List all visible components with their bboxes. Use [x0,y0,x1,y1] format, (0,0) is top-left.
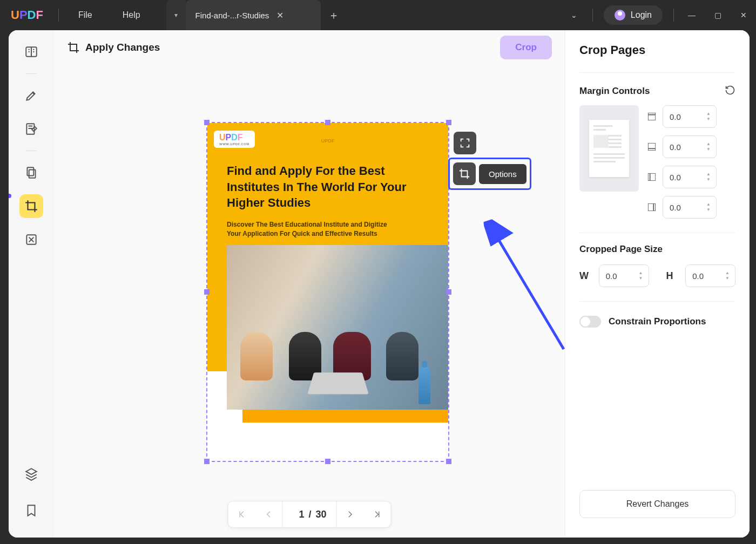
tab-title: Find-and-...r-Studies [195,11,269,20]
margin-controls-title: Margin Controls [579,86,650,97]
first-page-button[interactable] [228,510,255,519]
canvas-area: Apply Changes Crop UPDFWWW.UPDF.COM UPDF… [54,30,565,538]
crop-icon [67,41,80,54]
login-label: Login [631,10,652,20]
expand-fullscreen-button[interactable] [454,132,476,154]
page-preview [579,105,639,192]
tab-list-dropdown[interactable]: ▾ [166,0,186,30]
tool-tools[interactable] [19,228,43,251]
reset-margins-button[interactable] [725,85,735,98]
page-number-field[interactable]: 1 / 30 [282,501,336,527]
annotation-arrow-icon [483,207,576,366]
tool-edit[interactable] [19,117,43,141]
document-tab[interactable]: Find-and-...r-Studies ✕ [186,0,321,30]
panel-title: Crop Pages [579,43,735,57]
menu-help[interactable]: Help [107,10,156,20]
menu-file[interactable]: File [63,10,107,20]
crop-handle[interactable] [446,120,451,125]
margin-left-icon [646,172,657,182]
margin-bottom-icon [646,141,657,152]
crop-handle[interactable] [325,459,330,464]
tool-crop[interactable] [19,194,43,218]
tool-layers[interactable] [19,462,43,486]
svg-rect-5 [648,113,655,120]
tool-organize[interactable] [19,161,43,185]
doc-subheading: Discover The Best Educational Institute … [227,220,400,239]
new-tab-button[interactable]: ＋ [321,0,347,30]
tab-close-icon[interactable]: ✕ [276,10,284,21]
window-close-button[interactable]: ✕ [731,6,756,24]
doc-logo-badge: UPDFWWW.UPDF.COM [214,131,255,148]
margin-right-icon [646,202,657,213]
options-tooltip: Options [479,164,526,184]
window-minimize-button[interactable]: — [679,6,704,24]
login-button[interactable]: Login [604,5,663,25]
svg-rect-7 [648,173,655,180]
crop-handle[interactable] [446,289,451,295]
svg-rect-2 [27,167,33,175]
tool-highlight[interactable] [19,84,43,107]
titlebar-chevron-icon[interactable]: ⌄ [561,11,587,19]
margin-bottom-input[interactable]: 0.0▲▼ [663,135,717,158]
titlebar: UPDF File Help ▾ Find-and-...r-Studies ✕… [0,0,756,30]
crop-panel: Crop Pages Margin Controls 0.0▲▼ 0.0▲▼ 0… [565,30,750,538]
crop-handle[interactable] [446,459,451,464]
last-page-button[interactable] [364,510,391,519]
crop-handle[interactable] [204,459,210,464]
page-total: 30 [315,509,326,520]
crop-width-input[interactable]: 0.0▲▼ [599,264,649,287]
doc-photo [227,245,448,410]
margin-left-input[interactable]: 0.0▲▼ [663,166,717,188]
svg-rect-6 [648,143,655,150]
constrain-proportions-label: Constrain Proportions [609,316,706,327]
crop-handle[interactable] [204,120,210,125]
avatar-icon [615,10,625,21]
app-logo: UPDF [0,8,54,22]
doc-brand-text: UPDF [321,138,335,144]
prev-page-button[interactable] [255,510,282,519]
left-toolbar [9,30,54,538]
crop-options-button[interactable] [453,162,476,185]
page-current: 1 [292,509,304,520]
next-page-button[interactable] [337,510,364,519]
cropped-size-title: Cropped Page Size [579,244,735,255]
tool-reader[interactable] [19,40,43,64]
svg-rect-8 [648,203,655,210]
revert-changes-button[interactable]: Revert Changes [579,490,735,518]
constrain-proportions-toggle[interactable] [579,316,601,328]
width-label: W [579,270,589,282]
margin-top-icon [646,111,657,122]
crop-button[interactable]: Crop [500,36,552,59]
tool-bookmark[interactable] [19,499,43,522]
height-label: H [666,270,676,282]
window-maximize-button[interactable]: ▢ [705,6,730,24]
page-navigator: 1 / 30 [227,501,391,528]
margin-right-input[interactable]: 0.0▲▼ [663,196,717,219]
crop-handle[interactable] [204,289,210,295]
crop-height-input[interactable]: 0.0▲▼ [685,264,735,287]
crop-options-highlight: Options [448,158,531,190]
document-crop-frame[interactable]: UPDFWWW.UPDF.COM UPDF Find and Apply For… [206,122,449,462]
apply-changes-label: Apply Changes [85,42,160,53]
doc-heading: Find and Apply For the Best Institutes I… [227,163,416,211]
svg-rect-3 [29,170,36,178]
margin-top-input[interactable]: 0.0▲▼ [663,105,717,128]
crop-handle[interactable] [325,120,330,125]
